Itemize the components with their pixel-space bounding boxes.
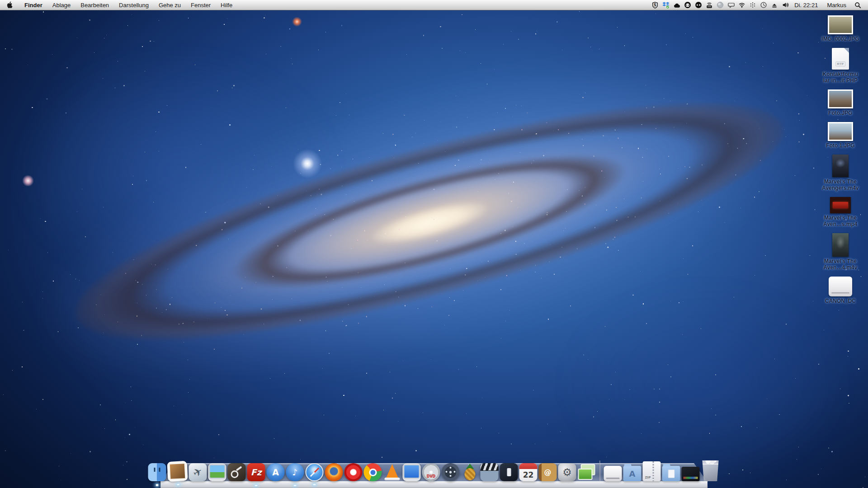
- dock-item-display[interactable]: [403, 463, 421, 481]
- dock-item-mail[interactable]: [167, 461, 188, 482]
- dock-item-safari[interactable]: [306, 463, 324, 481]
- dock-item-film-reel[interactable]: [442, 463, 460, 481]
- dock-item-glyph: 22: [519, 463, 538, 481]
- desktop-icon-photo1[interactable]: IMG_0002.JPG: [821, 15, 859, 42]
- menubar-status-icons: S: [650, 0, 791, 10]
- dock-item-drive[interactable]: [604, 466, 622, 481]
- spotlight-menu[interactable]: [851, 0, 864, 10]
- dock-item-calendar[interactable]: 22: [519, 463, 538, 481]
- poster2-thumbnail: [832, 233, 849, 257]
- clip-thumbnail: [830, 197, 851, 213]
- menu-gehe-zu[interactable]: Gehe zu: [154, 0, 186, 10]
- desktop-icon-clip[interactable]: Marvel's The Aven…s.mp4: [823, 197, 858, 227]
- round-dots-icon[interactable]: [693, 0, 704, 10]
- dock-item-glyph: @: [539, 463, 557, 481]
- dock-item-glyph: Fz: [247, 463, 265, 481]
- wallpaper: [0, 0, 868, 488]
- desktop-icon-label: Kontaktformu lar in…it PHP: [823, 71, 859, 84]
- dock-items: ✈FzA♪DVD22@⚙AZIP: [148, 460, 721, 481]
- desktop-icon-label: IMG_0002.JPG: [821, 36, 859, 42]
- dock-item-screen-sharing[interactable]: [578, 463, 596, 481]
- poster1-thumbnail: [832, 155, 849, 177]
- volume-icon[interactable]: [780, 0, 791, 10]
- wifi-icon[interactable]: [736, 0, 747, 10]
- menu-darstellung[interactable]: Darstellung: [114, 0, 154, 10]
- dock-item-handbrake[interactable]: [461, 463, 479, 481]
- dock-shelf-front: [160, 481, 708, 488]
- dots-asterisk-icon[interactable]: [747, 0, 758, 10]
- svg-text:S: S: [654, 3, 656, 7]
- shield-icon[interactable]: S: [650, 0, 660, 10]
- dock-item-remote-desktop[interactable]: [208, 463, 226, 481]
- desktop-icon-label: Marvel's The Aven…4.m4v: [824, 258, 858, 271]
- dock: ✈FzA♪DVD22@⚙AZIP: [160, 455, 708, 488]
- dock-item-filezilla[interactable]: Fz: [247, 463, 265, 481]
- dock-item-documents-folder[interactable]: [662, 466, 680, 481]
- desktop-icon-photo2[interactable]: Foto.JPG: [828, 89, 853, 116]
- dock-item-firefox[interactable]: [325, 463, 343, 481]
- cloud-icon[interactable]: [671, 0, 682, 10]
- dock-item-flight-sim[interactable]: ✈: [189, 463, 207, 481]
- wireless-device-icon[interactable]: [704, 0, 715, 10]
- eject-icon[interactable]: [769, 0, 780, 10]
- apple-logo-icon: [6, 1, 13, 9]
- dock-item-app-store[interactable]: A: [267, 463, 285, 481]
- dock-item-trash[interactable]: [701, 460, 720, 481]
- desktop-icon-poster2[interactable]: Marvel's The Aven…4.m4v: [824, 233, 858, 271]
- desktop-icon-label: Marvel's The Avengers.m4v: [822, 178, 859, 191]
- menubar-clock[interactable]: Di. 22:21: [791, 2, 822, 9]
- dock-item-media-stack[interactable]: [682, 467, 700, 481]
- dock-item-finder[interactable]: [148, 463, 166, 481]
- menu-fenster[interactable]: Fenster: [186, 0, 216, 10]
- menubar-status-area: S Di. 22:21 Markus: [650, 0, 868, 10]
- dock-item-system-preferences[interactable]: ⚙: [558, 463, 576, 481]
- globe-icon[interactable]: [715, 0, 726, 10]
- apple-menu[interactable]: [0, 0, 19, 10]
- menu-bearbeiten[interactable]: Bearbeiten: [75, 0, 114, 10]
- dock-item-glyph: ✈: [185, 460, 210, 485]
- desktop-icon-label: Foto.JPG: [828, 110, 852, 116]
- desktop-icon-drive[interactable]: CANON_DC: [825, 277, 856, 304]
- dock-item-glyph: ♪: [286, 463, 304, 481]
- speech-bubble-icon[interactable]: [726, 0, 736, 10]
- menu-ablage[interactable]: Ablage: [47, 0, 75, 10]
- menubar-menus: FinderAblageBearbeitenDarstellungGehe zu…: [19, 0, 237, 10]
- time-machine-icon[interactable]: [758, 0, 769, 10]
- dock-item-media-box[interactable]: [500, 463, 518, 481]
- desktop-icons: IMG_0002.JPGRTFKontaktformu lar in…it PH…: [814, 15, 867, 310]
- dock-item-clapperboard[interactable]: [481, 463, 499, 481]
- dock-item-glyph: ⚙: [558, 463, 576, 481]
- desktop-icon-label: Foto 1.JPG: [826, 142, 854, 149]
- dock-item-glyph: A: [267, 463, 285, 481]
- photo3-thumbnail: [828, 122, 853, 141]
- dock-item-opera[interactable]: [344, 463, 363, 481]
- dock-item-dvd[interactable]: DVD: [422, 463, 440, 481]
- dock-item-zip-archive[interactable]: ZIP: [643, 461, 661, 481]
- dock-item-steam[interactable]: [228, 463, 246, 481]
- rtf-thumbnail: RTF: [832, 48, 849, 70]
- desktop-icon-rtf[interactable]: RTFKontaktformu lar in…it PHP: [823, 48, 859, 84]
- dock-item-glyph: A: [623, 466, 642, 481]
- dock-item-address-book[interactable]: @: [539, 463, 557, 481]
- photo2-thumbnail: [828, 89, 853, 108]
- desktop: FinderAblageBearbeitenDarstellungGehe zu…: [0, 0, 868, 488]
- menu-finder[interactable]: Finder: [19, 0, 47, 10]
- dock-item-itunes[interactable]: ♪: [286, 463, 304, 481]
- desktop-icon-label: CANON_DC: [825, 298, 856, 304]
- dock-separator: [599, 460, 600, 481]
- desktop-icon-label: Marvel's The Aven…s.mp4: [823, 215, 858, 227]
- dock-item-applications-folder[interactable]: A: [623, 466, 642, 481]
- dock-item-chrome[interactable]: [364, 463, 382, 481]
- dropbox-icon[interactable]: [660, 0, 671, 10]
- menu-hilfe[interactable]: Hilfe: [216, 0, 237, 10]
- dock-item-vlc[interactable]: [383, 463, 401, 481]
- desktop-icon-poster1[interactable]: Marvel's The Avengers.m4v: [822, 155, 859, 191]
- round-face-icon[interactable]: [682, 0, 693, 10]
- vignette: [0, 0, 868, 488]
- dock-item-glyph: DVD: [422, 463, 440, 481]
- dock-item-glyph: ZIP: [643, 461, 661, 481]
- menubar-user-menu[interactable]: Markus: [822, 2, 851, 9]
- photo1-thumbnail: [828, 15, 853, 34]
- file-type-badge: RTF: [835, 61, 845, 66]
- desktop-icon-photo3[interactable]: Foto 1.JPG: [826, 122, 854, 149]
